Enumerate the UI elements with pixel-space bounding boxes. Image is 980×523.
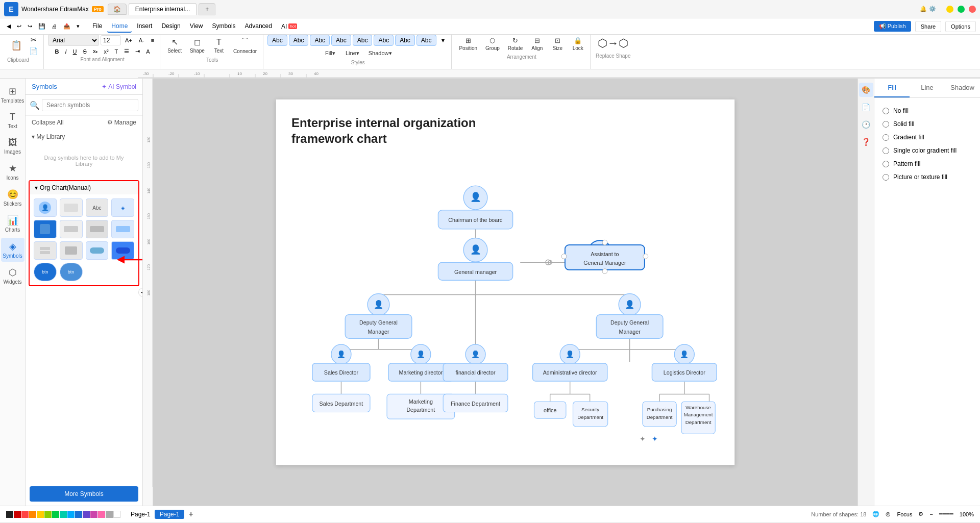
color-cyan[interactable] <box>67 511 75 518</box>
single-color-radio[interactable] <box>883 147 889 154</box>
color-blue[interactable] <box>75 511 82 518</box>
page-tab-1[interactable]: Page-1 <box>155 510 185 519</box>
print-btn[interactable]: 🖨 <box>49 22 60 31</box>
list-btn[interactable]: ☰ <box>121 47 132 56</box>
menu-design[interactable]: Design <box>157 20 184 33</box>
rotate-btn[interactable]: ↻ Rotate <box>505 35 526 53</box>
color-red[interactable] <box>21 511 29 518</box>
color-white[interactable] <box>113 511 120 518</box>
style-2[interactable]: Abc <box>289 35 309 46</box>
font-family-select[interactable]: Arial <box>48 35 99 46</box>
finance-dept-label[interactable]: Finance Department <box>451 401 500 407</box>
undo-btn[interactable]: ↩ <box>14 22 24 31</box>
clipboard-btn[interactable]: 📋 <box>7 35 26 56</box>
manage-btn[interactable]: ⚙Manage <box>107 119 136 126</box>
menu-view[interactable]: View <box>186 20 207 33</box>
shape-btn[interactable]: ◻ Shape <box>187 35 208 56</box>
sales-dept-label[interactable]: Sales Department <box>320 401 363 407</box>
close-btn[interactable] <box>969 6 976 13</box>
org-sym-8[interactable] <box>111 220 134 238</box>
color-orange[interactable] <box>29 511 36 518</box>
org-chart-svg[interactable]: 👤 Chairman of the board 👤 General manage… <box>291 162 719 447</box>
gradient-fill-option[interactable]: Gradient fill <box>880 131 974 144</box>
indent-btn[interactable]: ⇥ <box>133 47 142 56</box>
italic-btn[interactable]: I <box>63 47 69 56</box>
search-input[interactable] <box>42 99 138 111</box>
restore-btn[interactable] <box>958 6 965 13</box>
general-manager-node[interactable]: 👤 General manager <box>438 238 512 281</box>
sidebar-item-charts[interactable]: 📊 Charts <box>1 212 24 236</box>
color-pink[interactable] <box>90 511 97 518</box>
office-label[interactable]: office <box>544 408 556 414</box>
focus-icon[interactable]: ◎ <box>886 511 891 517</box>
tab-symbols[interactable]: Symbols <box>32 83 57 90</box>
menu-ai[interactable]: AI hot <box>277 20 301 33</box>
org-sym-7[interactable] <box>86 220 109 238</box>
financial-director-node[interactable]: 👤 financial director <box>443 344 508 381</box>
pattern-fill-radio[interactable] <box>883 161 889 167</box>
canvas-page[interactable]: Enterprise internal organization framewo… <box>276 99 735 465</box>
tab-document[interactable]: Enterprise internal... <box>129 3 197 15</box>
menu-advanced[interactable]: Advanced <box>241 20 276 33</box>
solid-fill-option[interactable]: Solid fill <box>880 117 974 131</box>
canvas-scroll[interactable]: Enterprise internal organization framewo… <box>153 79 857 506</box>
menu-symbols[interactable]: Symbols <box>208 20 240 33</box>
shadow-btn[interactable]: Shadow▾ <box>365 48 395 59</box>
org-sym-2[interactable] <box>60 198 83 217</box>
publish-btn[interactable]: 📢 Publish <box>874 21 911 32</box>
strikethrough-btn[interactable]: S <box>81 47 89 56</box>
bold-btn[interactable]: B <box>53 47 62 56</box>
warehouse-dept-label[interactable]: Warehouse <box>685 405 710 410</box>
style-7[interactable]: Abc <box>395 35 415 46</box>
style-8[interactable]: Abc <box>416 35 436 46</box>
admin-director-node[interactable]: 👤 Administrative director <box>533 344 607 381</box>
font-size-increase[interactable]: A+ <box>122 36 135 44</box>
marketing-dept-label[interactable]: Marketing <box>409 399 433 405</box>
export-btn[interactable]: 📤 <box>61 22 73 31</box>
color-light-pink[interactable] <box>98 511 105 518</box>
sidebar-item-text[interactable]: T Text <box>1 109 24 132</box>
add-page-btn[interactable]: + <box>188 510 193 519</box>
org-chart-header[interactable]: ▾ Org Chart(Manual) <box>30 181 138 194</box>
save-btn[interactable]: 💾 <box>36 22 48 31</box>
more-symbols-btn[interactable]: More Symbols <box>30 486 138 502</box>
org-sym-3[interactable]: Abc <box>86 198 109 217</box>
line-btn[interactable]: Line▾ <box>342 48 362 59</box>
color-black[interactable] <box>6 511 13 518</box>
style-1[interactable]: Abc <box>267 35 287 46</box>
text-style[interactable]: T <box>112 47 121 56</box>
sparkle-icon-2[interactable]: ✦ <box>652 435 658 443</box>
font-size-decrease[interactable]: A- <box>136 36 147 44</box>
collapse-row[interactable]: Collapse All ⚙Manage <box>26 116 142 129</box>
styles-expand[interactable]: ▼ <box>438 36 449 44</box>
zoom-out-btn[interactable]: − <box>929 511 933 517</box>
chairman-node[interactable]: 👤 Chairman of the board <box>438 186 512 229</box>
group-btn[interactable]: ⬡ Group <box>482 35 503 53</box>
underline-btn[interactable]: U <box>70 47 80 56</box>
org-sym-6[interactable] <box>60 220 83 238</box>
deputy-right-node[interactable]: 👤 Deputy General Manager <box>596 294 663 339</box>
text-align[interactable]: ≡ <box>149 36 157 44</box>
minimize-btn[interactable] <box>946 6 953 13</box>
org-sym-13[interactable]: btn <box>34 263 57 281</box>
sidebar-item-templates[interactable]: ⊞ Templates <box>1 83 24 107</box>
menu-home[interactable]: Home <box>107 20 132 33</box>
ai-symbol-btn[interactable]: ✦ AI Symbol <box>102 83 136 90</box>
color-green[interactable] <box>52 511 59 518</box>
tab-fill[interactable]: Fill <box>874 79 910 97</box>
text-btn[interactable]: T Text <box>210 36 228 56</box>
sidebar-item-widgets[interactable]: ⬡ Widgets <box>1 264 24 288</box>
no-fill-radio[interactable] <box>883 108 889 114</box>
tab-line[interactable]: Line <box>910 79 945 97</box>
select-btn[interactable]: ↖ Select <box>164 35 185 56</box>
panel-collapse-btn[interactable]: ◀ <box>138 288 143 297</box>
picture-fill-option[interactable]: Picture or texture fill <box>880 170 974 184</box>
color-purple[interactable] <box>83 511 90 518</box>
sales-director-node[interactable]: 👤 Sales Director <box>312 344 370 381</box>
org-sym-10[interactable] <box>60 241 83 260</box>
replace-shape-btn[interactable]: ⬡→⬡ <box>595 35 631 52</box>
solid-fill-radio[interactable] <box>883 121 889 128</box>
assistant-node[interactable]: 👤 Assistant to General Manager <box>561 240 648 274</box>
font-color[interactable]: A <box>143 47 152 56</box>
help-panel-icon[interactable]: ❓ <box>859 135 873 149</box>
